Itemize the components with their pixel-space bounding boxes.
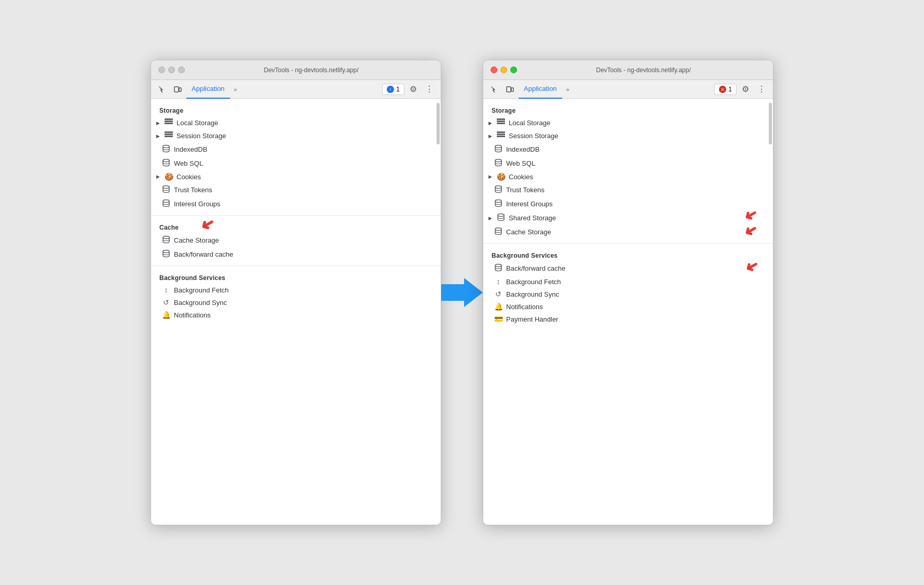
right-shared-storage-icon <box>496 213 506 223</box>
right-settings-icon[interactable]: ⚙ <box>739 82 752 96</box>
right-backforward-cache-label: Back/forward cache <box>506 264 565 272</box>
right-scrollbar[interactable] <box>769 103 772 144</box>
right-device-icon[interactable] <box>503 83 517 96</box>
right-local-storage-label: Local Storage <box>509 119 550 127</box>
right-bg-sync-icon: ↺ <box>494 290 503 298</box>
svg-point-15 <box>163 250 169 253</box>
left-close-button[interactable] <box>158 67 165 73</box>
right-inspect-icon[interactable] <box>487 83 501 96</box>
left-cookies-item[interactable]: ▶ 🍪 Cookies <box>151 170 441 183</box>
right-maximize-button[interactable] <box>510 67 517 73</box>
left-backforward-cache-icon <box>161 249 171 259</box>
right-bg-sync-item[interactable]: ↺ Background Sync <box>483 288 773 300</box>
right-traffic-lights <box>491 67 517 73</box>
right-cookies-item[interactable]: ▶ 🍪 Cookies <box>483 170 773 183</box>
right-more-tabs-icon[interactable]: » <box>564 84 572 95</box>
right-session-storage-item[interactable]: ▶ Session Storage <box>483 129 773 142</box>
right-websql-item[interactable]: Web SQL <box>483 156 773 170</box>
left-bg-fetch-item[interactable]: ↕ Background Fetch <box>151 284 441 296</box>
left-indexeddb-item[interactable]: IndexedDB <box>151 142 441 156</box>
svg-rect-9 <box>165 136 173 137</box>
left-device-icon[interactable] <box>171 83 184 96</box>
left-bg-fetch-icon: ↕ <box>161 286 171 294</box>
svg-point-31 <box>495 228 501 231</box>
blue-arrow-head <box>464 278 483 307</box>
right-badge-icon: ✕ <box>719 86 726 93</box>
right-shared-storage-row: ▶ Shared Storage ➜ <box>483 211 773 225</box>
svg-rect-4 <box>165 118 173 120</box>
right-trust-tokens-icon <box>494 185 503 195</box>
right-more-menu-icon[interactable]: ⋮ <box>754 82 769 96</box>
svg-point-11 <box>163 159 169 162</box>
left-bg-sync-label: Background Sync <box>174 299 227 307</box>
right-bg-fetch-icon: ↕ <box>494 277 503 286</box>
right-bg-fetch-item[interactable]: ↕ Background Fetch <box>483 275 773 288</box>
right-payment-handler-item[interactable]: 💳 Payment Handler <box>483 313 773 325</box>
svg-rect-0 <box>174 87 179 92</box>
svg-rect-1 <box>179 88 181 91</box>
left-cache-storage-label: Cache Storage <box>174 236 219 244</box>
left-application-tab[interactable]: Application <box>186 80 230 99</box>
right-indexeddb-icon <box>494 144 503 154</box>
right-notifications-item[interactable]: 🔔 Notifications <box>483 300 773 313</box>
left-cache-section-row: Cache ➜ <box>151 220 441 233</box>
right-backforward-cache-icon <box>494 263 503 273</box>
right-cookies-arrow: ▶ <box>488 174 492 179</box>
right-backforward-cache-item[interactable]: Back/forward cache <box>483 261 773 275</box>
right-payment-handler-icon: 💳 <box>494 315 503 323</box>
left-traffic-lights <box>158 67 185 73</box>
right-cache-storage-icon <box>494 227 503 237</box>
right-cache-storage-item[interactable]: Cache Storage <box>483 225 773 239</box>
left-more-menu-icon[interactable]: ⋮ <box>422 82 437 96</box>
left-cache-storage-icon <box>161 235 171 245</box>
left-bg-sync-item[interactable]: ↺ Background Sync <box>151 296 441 309</box>
right-local-storage-item[interactable]: ▶ Local Storage <box>483 116 773 129</box>
left-local-storage-label: Local Storage <box>176 119 218 127</box>
right-bg-sync-label: Background Sync <box>506 290 559 298</box>
left-badge-count: 1 <box>396 86 400 93</box>
left-bg-header: Background Services <box>151 270 441 284</box>
svg-point-29 <box>495 200 501 203</box>
right-indexeddb-item[interactable]: IndexedDB <box>483 142 773 156</box>
left-local-storage-item[interactable]: ▶ Local Storage <box>151 116 441 129</box>
right-title: DevTools - ng-devtools.netlify.app/ <box>521 67 766 74</box>
left-session-storage-item[interactable]: ▶ Session Storage <box>151 129 441 142</box>
left-session-storage-label: Session Storage <box>176 132 226 140</box>
left-more-tabs-icon[interactable]: » <box>232 84 239 95</box>
left-interest-groups-icon <box>161 199 171 209</box>
left-backforward-cache-label: Back/forward cache <box>174 250 233 258</box>
right-minimize-button[interactable] <box>500 67 507 73</box>
right-trust-tokens-label: Trust Tokens <box>506 186 545 194</box>
left-websql-item[interactable]: Web SQL <box>151 156 441 170</box>
right-backforward-row: Back/forward cache ➜ <box>483 261 773 275</box>
left-interest-groups-item[interactable]: Interest Groups <box>151 197 441 211</box>
left-notifications-item[interactable]: 🔔 Notifications <box>151 309 441 321</box>
left-toolbar: Application » ! 1 ⚙ ⋮ <box>151 80 441 99</box>
left-scrollbar[interactable] <box>437 103 440 144</box>
left-inspect-icon[interactable] <box>155 83 169 96</box>
left-maximize-button[interactable] <box>178 67 185 73</box>
right-close-button[interactable] <box>491 67 497 73</box>
right-storage-header: Storage <box>483 103 773 116</box>
right-interest-groups-item[interactable]: Interest Groups <box>483 197 773 211</box>
right-local-storage-arrow: ▶ <box>488 121 492 126</box>
right-issues-badge[interactable]: ✕ 1 <box>714 84 737 95</box>
left-issues-badge[interactable]: ! 1 <box>382 84 404 95</box>
left-settings-icon[interactable]: ⚙ <box>406 82 420 96</box>
left-backforward-cache-item[interactable]: Back/forward cache <box>151 247 441 261</box>
svg-point-13 <box>163 200 169 203</box>
left-websql-icon <box>161 158 171 168</box>
right-interest-groups-icon <box>494 199 503 209</box>
right-trust-tokens-item[interactable]: Trust Tokens <box>483 183 773 197</box>
right-indexeddb-label: IndexedDB <box>506 145 539 153</box>
right-bg-fetch-label: Background Fetch <box>506 278 561 286</box>
left-cache-storage-item[interactable]: Cache Storage <box>151 233 441 247</box>
right-application-tab[interactable]: Application <box>519 80 562 99</box>
left-indexeddb-label: IndexedDB <box>174 145 207 153</box>
right-cache-storage-label: Cache Storage <box>506 228 551 236</box>
left-trust-tokens-item[interactable]: Trust Tokens <box>151 183 441 197</box>
left-minimize-button[interactable] <box>168 67 175 73</box>
left-websql-label: Web SQL <box>174 159 203 167</box>
svg-rect-17 <box>511 88 513 91</box>
right-shared-storage-item[interactable]: ▶ Shared Storage <box>483 211 773 225</box>
